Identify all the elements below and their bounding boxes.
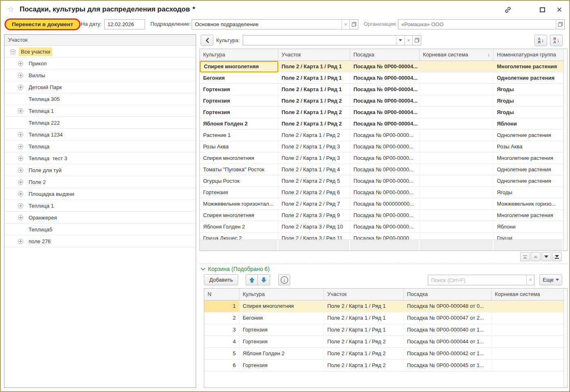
- organization-input[interactable]: [398, 20, 556, 29]
- organization-choose-icon[interactable]: [556, 20, 564, 29]
- expand-icon[interactable]: [18, 156, 23, 161]
- basket-row[interactable]: 5Яблоня Голден 2Поле 2 / Карта 1 / Ряд 2…: [204, 348, 563, 360]
- expand-icon[interactable]: [18, 215, 23, 220]
- planting-row[interactable]: Розы АкваПоле 2 / Карта 1 / Ряд 3Посадка…: [200, 141, 563, 152]
- restore-window-icon[interactable]: [538, 6, 546, 14]
- culture-filter-input[interactable]: [243, 36, 396, 45]
- go-down-button[interactable]: [541, 252, 551, 261]
- column-header-n[interactable]: N: [204, 289, 239, 300]
- planting-row[interactable]: ГортензияПоле 2 / Карта 2 / Ряд 6Посадка…: [200, 187, 563, 198]
- go-up-button[interactable]: [531, 252, 541, 261]
- go-last-button[interactable]: [552, 252, 562, 261]
- planting-row[interactable]: Спирея многолетняяПоле 2 / Карта 1 / Ряд…: [200, 61, 563, 72]
- move-up-button[interactable]: [246, 274, 258, 285]
- expand-icon[interactable]: [18, 108, 23, 114]
- planting-row[interactable]: Спирея многолетняяПоле 2 / Карта 3 / Ряд…: [200, 210, 563, 221]
- culture-dropdown-icon[interactable]: [396, 36, 405, 45]
- planting-row[interactable]: ГортензияПоле 2 / Карта 1 / Ряд 1Посадка…: [200, 84, 563, 95]
- date-input[interactable]: [105, 20, 145, 29]
- link-icon[interactable]: [504, 6, 512, 14]
- basket-group-header[interactable]: Корзина (Подобрано 6): [201, 266, 270, 272]
- tree-item[interactable]: Теплица тест 3: [4, 152, 196, 164]
- expand-icon[interactable]: [18, 239, 23, 244]
- expand-icon[interactable]: [18, 203, 23, 208]
- tree-item[interactable]: Поле для туй: [4, 164, 196, 176]
- planting-row[interactable]: Груша Дюшес 2Поле 2 / Карта 3 / Ряд 11По…: [200, 233, 563, 240]
- sort-ascending-button[interactable]: АЯ↓: [534, 35, 547, 46]
- planting-row[interactable]: Яблоня Голден 2Поле 2 / Карта 1 / Ряд 2П…: [200, 118, 563, 130]
- basket-row[interactable]: 3ГортензияПоле 2 / Карта 1 / Ряд 1Посадк…: [204, 324, 563, 336]
- tree-item[interactable]: Все участки: [4, 46, 196, 58]
- tree-item[interactable]: Детский Парк: [4, 81, 196, 93]
- expand-icon[interactable]: [18, 85, 23, 90]
- tree-item[interactable]: Теплица 1: [4, 200, 196, 212]
- planting-row[interactable]: Томаты "Пуговка" РостокПоле 2 / Карта 1 …: [200, 164, 563, 175]
- basket-vertical-scrollbar[interactable]: [563, 289, 567, 388]
- transfer-to-document-button[interactable]: Перенести в документ: [4, 18, 80, 30]
- planting-row[interactable]: Огурцы РостокПоле 2 / Карта 2 / Ряд 5Пос…: [200, 175, 563, 187]
- collapse-icon[interactable]: [10, 49, 16, 54]
- more-actions-button[interactable]: Еще: [539, 274, 562, 285]
- column-header-planting[interactable]: Посадка: [350, 49, 420, 61]
- back-button[interactable]: [201, 35, 213, 46]
- basket-row[interactable]: 4ГортензияПоле 2 / Карта 1 / Ряд 2Посадк…: [204, 336, 563, 348]
- pick-load-button[interactable]: ↓: [278, 274, 290, 285]
- vertical-scrollbar[interactable]: [563, 49, 567, 251]
- sort-descending-button[interactable]: ЯА↓: [550, 35, 563, 46]
- move-down-button[interactable]: [258, 274, 270, 285]
- tree-item[interactable]: Теплица 222: [4, 117, 196, 129]
- planting-row[interactable]: Яблоня Голден 2Поле 2 / Карта 3 / Ряд 10…: [200, 221, 563, 233]
- column-header-plot[interactable]: Участок: [278, 49, 350, 61]
- search-clear-icon[interactable]: ×: [526, 275, 534, 285]
- column-header-nomenclature-group[interactable]: Номенклатурная группа: [494, 49, 563, 61]
- planting-row[interactable]: Можжевельник горизонтал...Поле 2 / Карта…: [200, 198, 563, 210]
- tree-item[interactable]: Теплица 1234: [4, 129, 196, 141]
- tree-item[interactable]: Теплица: [4, 141, 196, 152]
- tree-item[interactable]: Прикоп: [4, 58, 196, 69]
- planting-cell: Можжевельник горизонтал...: [200, 198, 278, 210]
- tree-item[interactable]: Теплица5: [4, 224, 196, 235]
- tree-item[interactable]: поле 276: [4, 235, 196, 247]
- tree-item[interactable]: Виллы: [4, 69, 196, 81]
- tree-item[interactable]: Оранжерея: [4, 212, 196, 224]
- basket-row[interactable]: 1Спирея многолетняяПоле 2 / Карта 1 / Ря…: [204, 300, 563, 312]
- add-button[interactable]: Добавить: [204, 274, 238, 285]
- expand-icon[interactable]: [18, 179, 23, 185]
- column-header-culture[interactable]: Культура: [200, 49, 278, 61]
- expand-icon[interactable]: [18, 168, 23, 173]
- horizontal-splitter[interactable]: [199, 264, 568, 264]
- expand-icon[interactable]: [18, 144, 23, 149]
- tree-item[interactable]: Теплица 305: [4, 93, 196, 105]
- planting-row[interactable]: ГортензияПоле 2 / Карта 1 / Ряд 2Посадка…: [200, 95, 563, 107]
- basket-row[interactable]: 6ГортензияПоле 2 / Карта 1 / Ряд 2Посадк…: [204, 360, 563, 372]
- go-first-button[interactable]: [520, 252, 530, 261]
- department-choose-icon[interactable]: [349, 20, 358, 29]
- culture-clear-icon[interactable]: ×: [405, 36, 412, 45]
- department-clear-icon[interactable]: ×: [342, 20, 349, 29]
- column-header-planting[interactable]: Посадка: [404, 289, 492, 300]
- tree-item[interactable]: Площадка выдачи: [4, 188, 196, 200]
- planting-cell: Посадка № 0Р00-0000...: [350, 221, 420, 233]
- planting-row[interactable]: Растение 1Поле 2 / Карта 1 / Ряд 2Посадк…: [200, 130, 563, 141]
- planting-row[interactable]: ГортензияПоле 2 / Карта 1 / Ряд 2Посадка…: [200, 107, 563, 118]
- basket-row[interactable]: 2БегонияПоле 2 / Карта 1 / Ряд 1Посадка …: [204, 312, 563, 324]
- close-icon[interactable]: ×: [555, 6, 563, 14]
- tree-item[interactable]: Поле 2: [4, 176, 196, 188]
- column-header-root-system[interactable]: Корневая система: [492, 289, 563, 300]
- search-input[interactable]: [428, 275, 526, 285]
- planting-row[interactable]: БегонияПоле 2 / Карта 1 / Ряд 1Посадка №…: [200, 72, 563, 84]
- culture-choose-icon[interactable]: [412, 36, 421, 45]
- tree-item[interactable]: Теплица 1: [4, 105, 196, 117]
- department-input[interactable]: [192, 20, 342, 29]
- expand-icon[interactable]: [18, 132, 23, 137]
- expand-icon[interactable]: [18, 73, 23, 78]
- favorite-star-icon[interactable]: ☆: [7, 4, 14, 14]
- basket-table-body: 1Спирея многолетняяПоле 2 / Карта 1 / Ря…: [204, 300, 563, 372]
- planting-row[interactable]: Спирея многолетняяПоле 2 / Карта 1 / Ряд…: [200, 152, 563, 164]
- column-header-plot[interactable]: Участок: [324, 289, 404, 300]
- more-menu-icon[interactable]: [521, 6, 529, 14]
- column-header-root-system[interactable]: Корневая система↓: [420, 49, 494, 61]
- column-header-culture[interactable]: Культура: [239, 289, 324, 300]
- expand-icon[interactable]: [18, 191, 23, 197]
- expand-icon[interactable]: [18, 61, 23, 66]
